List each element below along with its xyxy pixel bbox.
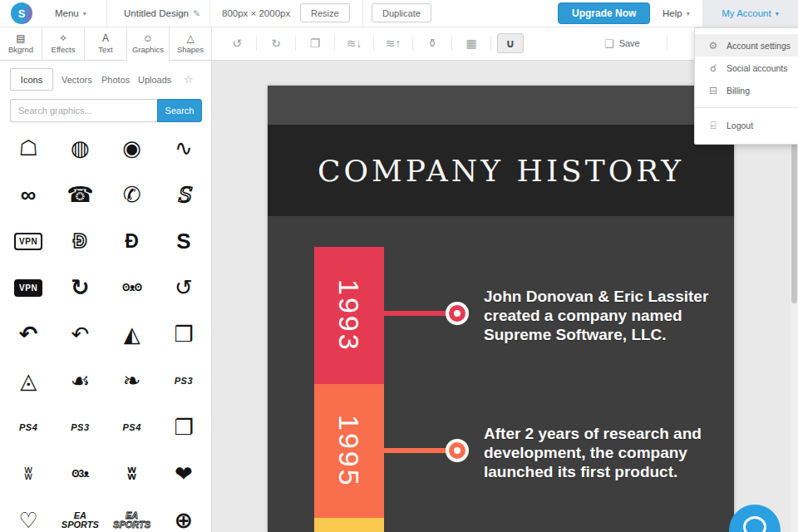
graphic-eagle-head-outline[interactable]: ☙ bbox=[54, 357, 106, 404]
graphic-ps3-logo[interactable]: PS3 bbox=[54, 404, 106, 451]
graphic-panda-kiss-face[interactable]: ʘ3ᴥ bbox=[54, 451, 106, 497]
chain-link-icon: ∞ bbox=[21, 182, 37, 208]
menu-item-logout[interactable]: ⍇Logout bbox=[695, 114, 798, 136]
graphic-letter-s-outline[interactable]: S bbox=[158, 171, 209, 218]
help-dropdown[interactable]: Help ▾ bbox=[663, 0, 690, 27]
badge-outline-icon: ◍ bbox=[71, 135, 90, 161]
graphic-globe-grid[interactable]: ⊕ bbox=[158, 497, 209, 532]
menu-dropdown[interactable]: Menu ▾ bbox=[55, 0, 86, 27]
graphic-rotate-arrow-outline[interactable]: ↺ bbox=[158, 264, 209, 311]
menu-item-social-accounts[interactable]: ☌Social accounts bbox=[695, 57, 798, 79]
canvas-title-text[interactable]: COMPANY HISTORY bbox=[318, 154, 684, 188]
send-backward-button[interactable]: ≋↓ bbox=[335, 27, 373, 60]
design-editor-app: S Menu ▾ Untitled Design ✎ 800px × 2000p… bbox=[0, 0, 798, 532]
grid-icon: ▦ bbox=[466, 37, 476, 49]
timeline-node[interactable] bbox=[446, 302, 469, 325]
pyramid-eye-filled-icon: ◭ bbox=[124, 322, 140, 347]
graphic-ea-sports-logo-outline[interactable]: EA SPORTS bbox=[106, 497, 158, 532]
panel-tabs: ☆ IconsVectorsPhotosUploads bbox=[0, 68, 212, 91]
graphic-puzzle-heart-filled[interactable]: ❤ bbox=[158, 451, 209, 497]
graphic-rotate-arrow-filled[interactable]: ↻ bbox=[54, 264, 106, 311]
redo-button[interactable]: ↻ bbox=[257, 27, 295, 60]
divider bbox=[362, 0, 363, 27]
app-logo[interactable]: S bbox=[11, 2, 32, 24]
graphic-phone-out-filled[interactable]: ☎ bbox=[54, 171, 106, 218]
graphic-uturn-arrow-filled[interactable]: ↶ bbox=[2, 311, 54, 357]
top-bar: S Menu ▾ Untitled Design ✎ 800px × 2000p… bbox=[0, 0, 798, 27]
vpn-badge-outline-icon: VPN bbox=[14, 233, 42, 250]
graphic-eagle-head-filled[interactable]: ❧ bbox=[106, 357, 158, 404]
graphic-speed-d-filled[interactable]: Ɖ bbox=[106, 218, 158, 264]
menu-item-account-settings[interactable]: ⚙Account settings bbox=[695, 34, 798, 57]
design-canvas[interactable]: COMPANY HISTORY 1993John Donovan & Eric … bbox=[268, 86, 734, 532]
tool-tab-effects[interactable]: ✧Effects bbox=[42, 27, 85, 60]
search-input[interactable] bbox=[10, 99, 157, 122]
pyramid-eye-outline-icon: ◬ bbox=[20, 368, 37, 394]
graphic-ps4-logo[interactable]: PS4 bbox=[106, 404, 158, 451]
graphic-fangs-mouth-outline[interactable]: ʬ bbox=[2, 451, 54, 497]
next-year-block[interactable] bbox=[314, 518, 384, 532]
canvas-top-band[interactable] bbox=[268, 86, 734, 125]
graphic-vpn-badge-filled[interactable]: VPN bbox=[2, 264, 54, 311]
snap-magnet-button[interactable]: ∪ bbox=[491, 27, 530, 60]
graphic-ps4-logo[interactable]: PS4 bbox=[2, 404, 54, 451]
graphic-swoosh-outline[interactable]: ∿ bbox=[158, 125, 209, 171]
edit-pencil-icon[interactable]: ✎ bbox=[193, 8, 200, 19]
timeline-node[interactable] bbox=[446, 439, 469, 462]
timeline-connector bbox=[384, 311, 447, 316]
panel-tab-icons[interactable]: Icons bbox=[10, 68, 53, 91]
rotate-arrow-outline-icon: ↺ bbox=[175, 275, 193, 301]
graphic-letter-s-bold[interactable]: S bbox=[158, 218, 209, 264]
timeline-text[interactable]: John Donovan & Eric Lassiter created a c… bbox=[484, 287, 727, 344]
graphic-pyramid-eye-filled[interactable]: ◭ bbox=[106, 311, 158, 357]
tool-tab-shapes[interactable]: △Shapes bbox=[170, 27, 212, 60]
timeline-text[interactable]: After 2 years of research and developmen… bbox=[484, 424, 727, 481]
undo-button[interactable]: ↺ bbox=[218, 27, 256, 60]
duplicate-button[interactable]: Duplicate bbox=[372, 3, 431, 22]
canvas-title-band[interactable]: COMPANY HISTORY bbox=[268, 125, 734, 216]
graphic-fangs-mouth-filled[interactable]: ʬ bbox=[106, 451, 158, 497]
panel-tab-uploads[interactable]: Uploads bbox=[138, 68, 171, 91]
redo-icon: ↻ bbox=[271, 37, 281, 49]
graphic-phone-out-outline[interactable]: ✆ bbox=[106, 171, 158, 218]
tool-tab-graphics[interactable]: ☺Graphics bbox=[127, 27, 170, 60]
favorites-star-icon[interactable]: ☆ bbox=[184, 73, 194, 86]
tool-tab-bkgrnd[interactable]: ▤Bkgrnd bbox=[0, 27, 42, 60]
graphic-puzzle-heart-outline[interactable]: ♡ bbox=[2, 497, 54, 532]
graphic-chain-link[interactable]: ∞ bbox=[2, 171, 54, 218]
save-button[interactable]: Save bbox=[619, 38, 640, 48]
graphic-uturn-arrow-outline[interactable]: ↶ bbox=[54, 311, 106, 357]
vpn-badge-filled-icon: VPN bbox=[14, 279, 42, 297]
delete-element-button[interactable]: ⚱ bbox=[413, 27, 451, 60]
graphic-speed-d-outline[interactable]: Ɖ bbox=[54, 218, 106, 264]
bring-forward-button[interactable]: ≋↑ bbox=[374, 27, 412, 60]
timeline-year-block[interactable]: 1993 bbox=[314, 247, 384, 384]
chat-bubble-button[interactable] bbox=[729, 505, 781, 532]
menu-item-billing[interactable]: ⊟Billing bbox=[695, 79, 798, 101]
graphic-pyramid-eye-outline[interactable]: ◬ bbox=[2, 357, 54, 404]
eagle-head-filled-icon: ❧ bbox=[123, 368, 141, 394]
graphic-panda-face[interactable]: ʘᴥʘ bbox=[106, 264, 158, 311]
tool-tab-text[interactable]: AText bbox=[85, 27, 127, 60]
layered-squares-outline-icon: ❐ bbox=[174, 415, 193, 441]
logo-letter: S bbox=[18, 7, 26, 20]
resize-button[interactable]: Resize bbox=[300, 3, 350, 22]
my-account-dropdown[interactable]: My Account ▾ bbox=[702, 0, 798, 27]
timeline-year-block[interactable]: 1995 bbox=[314, 384, 384, 518]
panel-tab-vectors[interactable]: Vectors bbox=[62, 68, 92, 91]
graphic-badge-filled[interactable]: ◉ bbox=[106, 125, 158, 171]
panel-tab-photos[interactable]: Photos bbox=[101, 68, 130, 91]
graphic-vpn-badge-outline[interactable]: VPN bbox=[2, 218, 54, 264]
grid-button[interactable]: ▦ bbox=[452, 27, 490, 60]
graphic-shield-pin-outline[interactable]: ☖ bbox=[2, 125, 54, 171]
tool-tab-label: Effects bbox=[52, 45, 76, 54]
graphic-layered-squares-filled[interactable]: ❒ bbox=[158, 311, 209, 357]
graphic-layered-squares-outline[interactable]: ❐ bbox=[158, 404, 209, 451]
design-name[interactable]: Untitled Design ✎ bbox=[124, 0, 200, 27]
graphic-badge-outline[interactable]: ◍ bbox=[54, 125, 106, 171]
graphic-ea-sports-logo[interactable]: EA SPORTS bbox=[54, 497, 106, 532]
upgrade-now-button[interactable]: Upgrade Now bbox=[558, 2, 650, 24]
duplicate-element-button[interactable]: ❐ bbox=[296, 27, 334, 60]
search-button[interactable]: Search bbox=[157, 99, 202, 122]
graphic-ps3-logo[interactable]: PS3 bbox=[158, 357, 209, 404]
